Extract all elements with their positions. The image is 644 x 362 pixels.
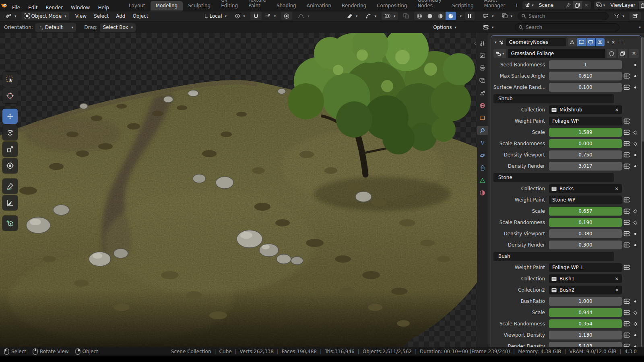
keyframe-diamond[interactable] xyxy=(633,311,637,315)
tab-object[interactable] xyxy=(477,113,488,122)
tab-render[interactable] xyxy=(477,51,488,60)
properties-editor-type-button[interactable]: ▾ xyxy=(480,23,497,32)
tab-physics[interactable] xyxy=(477,151,488,160)
fake-user-shield-button[interactable] xyxy=(607,49,616,58)
input-attribute-toggle[interactable] xyxy=(622,332,632,338)
remove-modifier-button[interactable]: ✕ xyxy=(611,40,616,45)
add-workspace-button[interactable]: + xyxy=(510,1,522,10)
unlink-scene-button[interactable]: ✕ xyxy=(582,2,591,8)
input-attribute-toggle[interactable] xyxy=(622,73,632,79)
input-attribute-toggle[interactable] xyxy=(622,231,632,237)
text-field-weight-paint[interactable]: Foliage WP_L xyxy=(549,263,622,272)
workspace-tab-animation[interactable]: Animation xyxy=(301,1,336,10)
pivot-point-dropdown[interactable]: ▾ xyxy=(232,12,248,20)
clear-collection-button[interactable]: ✕ xyxy=(614,276,619,282)
animate-property-dot[interactable] xyxy=(634,300,636,302)
mode-dropdown[interactable]: Object Mode ▾ xyxy=(22,12,69,20)
outliner-search[interactable] xyxy=(518,12,609,20)
input-attribute-toggle[interactable] xyxy=(622,298,632,304)
collection-field-collection[interactable]: Bush1✕ xyxy=(549,274,622,283)
tab-constraints[interactable] xyxy=(477,163,488,172)
annotate-tool[interactable] xyxy=(2,179,18,194)
slider-scale[interactable]: 0.657 xyxy=(549,207,622,216)
node-group-browse-button[interactable]: ▾ xyxy=(493,49,506,58)
outliner-search-input[interactable] xyxy=(528,13,605,19)
scrollbar[interactable] xyxy=(642,37,644,142)
sidebar-collapse-arrow[interactable]: ‹ xyxy=(474,40,476,46)
tab-object-data[interactable] xyxy=(477,176,488,185)
input-attribute-toggle[interactable] xyxy=(622,208,632,214)
scene-name[interactable]: Scene xyxy=(536,2,564,8)
scene-browse-button[interactable]: ▾ xyxy=(522,1,536,9)
select-box-tool[interactable] xyxy=(2,72,18,87)
drag-handle-icon[interactable]: ⠿⠿ xyxy=(618,40,624,44)
outliner-display-mode-button[interactable]: ▾ xyxy=(499,12,516,20)
workspace-tab-modeling[interactable]: Modeling xyxy=(151,1,183,10)
tab-tool[interactable] xyxy=(477,39,488,47)
options-dropdown[interactable]: Options ▾ xyxy=(430,23,459,32)
properties-search[interactable] xyxy=(515,23,619,31)
slider-scale-randomness[interactable]: 0.190 xyxy=(549,218,622,227)
shading-rendered-button[interactable] xyxy=(446,12,456,20)
tab-output[interactable] xyxy=(477,64,488,72)
input-attribute-toggle[interactable] xyxy=(622,321,632,327)
add-cube-tool[interactable] xyxy=(2,216,18,231)
animate-property-dot[interactable] xyxy=(634,334,636,336)
menu-window[interactable]: Window xyxy=(67,5,94,10)
section-shrub[interactable]: Shrub xyxy=(493,94,614,103)
animate-property-dot[interactable] xyxy=(634,154,636,156)
input-attribute-toggle[interactable] xyxy=(622,242,632,248)
new-viewlayer-button[interactable] xyxy=(638,1,644,9)
unlink-node-group-button[interactable]: ✕ xyxy=(629,49,639,58)
workspace-tab-rendering[interactable]: Rendering xyxy=(336,1,372,10)
slider-scale-randomness[interactable]: 0.354 xyxy=(549,319,622,328)
input-attribute-toggle[interactable] xyxy=(622,84,632,90)
shading-options-dropdown[interactable]: ▾ xyxy=(460,14,462,18)
animate-property-dot[interactable] xyxy=(634,165,636,167)
drag-dropdown[interactable]: Select Box ▾ xyxy=(100,23,136,32)
input-attribute-toggle[interactable] xyxy=(622,265,632,270)
viewlayer-browse-button[interactable]: ▾ xyxy=(594,1,607,9)
overlays-dropdown[interactable]: ▾ xyxy=(382,12,398,20)
transform-orientation-dropdown[interactable]: Local ▾ xyxy=(200,12,230,20)
number-field-max-surface-angle[interactable]: 0.610 xyxy=(549,72,622,80)
move-tool[interactable] xyxy=(2,109,18,124)
proportional-editing-toggle[interactable] xyxy=(281,12,292,20)
shading-material-button[interactable] xyxy=(435,12,446,20)
tab-particles[interactable] xyxy=(477,138,488,147)
tab-world[interactable] xyxy=(477,101,488,110)
input-attribute-toggle[interactable] xyxy=(622,310,632,315)
animate-property-dot[interactable] xyxy=(634,233,636,235)
properties-search-input[interactable] xyxy=(526,25,616,30)
animate-property-dot[interactable] xyxy=(634,75,636,77)
animate-property-dot[interactable] xyxy=(634,244,636,246)
workspace-tab-asset-manager[interactable]: Asset Manager xyxy=(479,0,511,10)
keyframe-diamond[interactable] xyxy=(633,220,637,224)
xray-toggle[interactable] xyxy=(400,12,412,20)
shading-solid-button[interactable] xyxy=(425,12,435,20)
new-scene-button[interactable] xyxy=(573,1,582,9)
number-field-surface-angle-rand-[interactable]: 0.100 xyxy=(549,83,622,92)
text-field-weight-paint[interactable]: Stone WP xyxy=(549,195,622,204)
input-attribute-toggle[interactable] xyxy=(622,130,632,135)
menu-render[interactable]: Render xyxy=(41,5,67,10)
number-field-density-render[interactable]: 0.300 xyxy=(549,241,622,249)
input-attribute-toggle[interactable] xyxy=(622,141,632,146)
number-field-seed-randomness[interactable]: 1 xyxy=(549,60,622,69)
collection-field-collection2[interactable]: Bush2✕ xyxy=(549,286,622,294)
node-group-name-field[interactable]: Grassland Foliage xyxy=(508,49,605,58)
collection-field-collection[interactable]: MidShrub✕ xyxy=(549,105,622,114)
outliner-filter-button[interactable]: ▾ xyxy=(611,12,627,20)
tab-scene[interactable] xyxy=(477,88,488,97)
input-attribute-toggle[interactable] xyxy=(622,118,632,124)
number-field-density-render[interactable]: 3.017 xyxy=(549,162,622,171)
workspace-tab-geometry-nodes[interactable]: Geometry Nodes xyxy=(412,0,447,10)
viewlayer-name[interactable]: ViewLayer xyxy=(607,2,638,8)
slider-scale[interactable]: 0.944 xyxy=(549,308,622,317)
keyframe-diamond[interactable] xyxy=(633,209,637,213)
rotate-tool[interactable] xyxy=(2,125,18,140)
pin-icon[interactable] xyxy=(564,1,573,9)
clear-collection-button[interactable]: ✕ xyxy=(614,288,619,293)
transform-tool[interactable] xyxy=(2,158,18,173)
clear-collection-button[interactable]: ✕ xyxy=(614,107,619,113)
